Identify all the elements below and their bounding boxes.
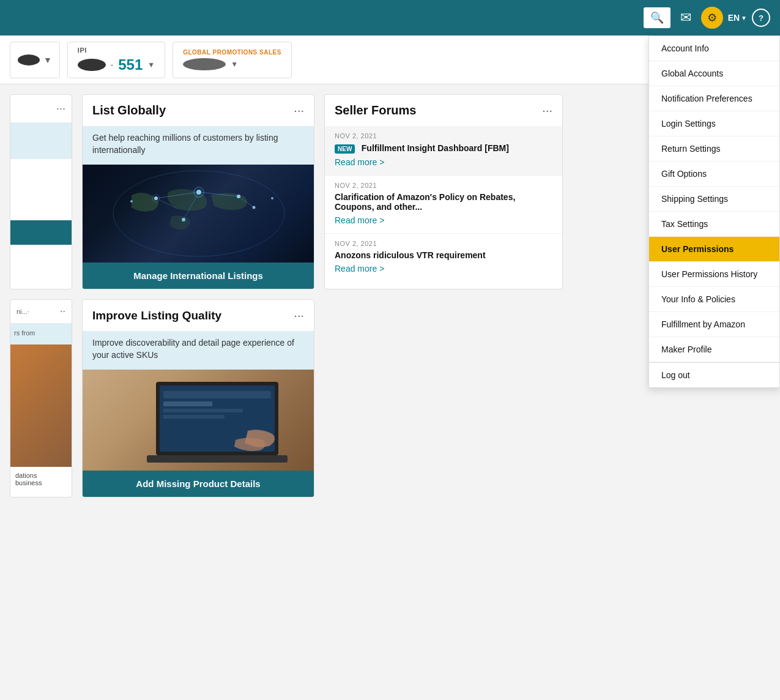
- language-label: EN: [728, 13, 740, 23]
- list-globally-title: List Globally: [92, 103, 166, 117]
- forum-item-1: NOV 2, 2021 NEW Fulfillment Insight Dash…: [325, 126, 562, 176]
- ipi-label: IPI: [78, 47, 155, 54]
- dropdown-item-user-permissions-history[interactable]: User Permissions History: [649, 262, 779, 287]
- svg-point-8: [237, 195, 240, 198]
- laptop-svg: [83, 370, 314, 471]
- chevron-down-icon: ▼: [741, 15, 747, 21]
- svg-rect-18: [163, 401, 212, 406]
- seller-forums-card: Seller Forums ··· NOV 2, 2021 NEW Fulfil…: [324, 94, 563, 289]
- svg-point-10: [253, 206, 256, 209]
- forum-read-more-3[interactable]: Read more >: [335, 264, 384, 274]
- list-globally-description: Get help reaching millions of customers …: [83, 126, 314, 165]
- new-badge-1: NEW: [335, 144, 355, 154]
- laptop-image: [83, 370, 314, 471]
- svg-point-6: [154, 196, 158, 200]
- left-partial-menu[interactable]: ··: [60, 306, 65, 317]
- dropdown-item-user-permissions[interactable]: User Permissions: [649, 237, 779, 262]
- dropdown-item-notification-preferences[interactable]: Notification Preferences: [649, 86, 779, 111]
- svg-point-7: [196, 190, 201, 195]
- list-globally-card: List Globally ··· Get help reaching mill…: [82, 94, 314, 289]
- dropdown-item-fulfillment-by-amazon[interactable]: Fulfillment by Amazon: [649, 312, 779, 337]
- dropdown-item-tax-settings[interactable]: Tax Settings: [649, 212, 779, 237]
- account-dropdown[interactable]: ▼: [10, 42, 60, 78]
- dropdown-item-login-settings[interactable]: Login Settings: [649, 111, 779, 136]
- svg-point-11: [130, 200, 133, 203]
- forum-read-more-1[interactable]: Read more >: [335, 157, 384, 167]
- chevron-down-icon: ▼: [231, 60, 238, 69]
- left-partial-image: [10, 344, 72, 467]
- improve-listing-menu[interactable]: ···: [294, 308, 304, 322]
- svg-point-0: [113, 171, 284, 256]
- seller-forums-menu[interactable]: ···: [542, 103, 552, 117]
- dropdown-item-maker-profile[interactable]: Maker Profile: [649, 337, 779, 362]
- svg-rect-19: [163, 409, 243, 412]
- left-partial-card-top: ···: [10, 94, 72, 289]
- global-promotions-label: GLOBAL PROMOTIONS SALES: [183, 49, 281, 56]
- gear-icon-button[interactable]: ⚙: [701, 7, 723, 29]
- language-selector[interactable]: EN ▼: [728, 13, 747, 23]
- ipi-metric[interactable]: IPI - 551 ▼: [67, 42, 165, 78]
- seller-forums-title: Seller Forums: [335, 103, 416, 117]
- forum-title-1: Fulfillment Insight Dashboard [FBM]: [362, 143, 509, 153]
- improve-listing-description: Improve discoverability and detail page …: [83, 331, 314, 370]
- forum-item-3: NOV 2, 2021 Anozons ridiculous VTR requi…: [325, 234, 562, 281]
- add-missing-product-btn[interactable]: Add Missing Product Details: [83, 471, 314, 497]
- forum-date-3: NOV 2, 2021: [335, 240, 552, 247]
- manage-international-listings-btn[interactable]: Manage International Listings: [83, 262, 314, 289]
- forum-date-1: NOV 2, 2021: [335, 132, 552, 140]
- dropdown-item-account-info[interactable]: Account Info: [649, 36, 779, 61]
- dropdown-item-log-out[interactable]: Log out: [649, 363, 779, 387]
- mail-icon[interactable]: ✉: [675, 7, 696, 28]
- svg-rect-20: [163, 415, 225, 419]
- svg-point-12: [271, 197, 273, 199]
- svg-point-9: [182, 218, 185, 222]
- card-menu-icon[interactable]: ···: [56, 102, 65, 115]
- chevron-down-icon: ▼: [147, 61, 155, 69]
- forum-item-2: NOV 2, 2021 Clarification of Amazon's Po…: [325, 176, 562, 234]
- world-map-image: [83, 165, 314, 262]
- dropdown-item-shipping-settings[interactable]: Shipping Settings: [649, 187, 779, 212]
- row-1: ··· List Globally ··· Get help reaching …: [10, 94, 636, 289]
- search-box[interactable]: 🔍: [644, 7, 670, 28]
- search-icon: 🔍: [650, 11, 664, 24]
- settings-dropdown: Account Info Global Accounts Notificatio…: [648, 35, 780, 388]
- dropdown-item-global-accounts[interactable]: Global Accounts: [649, 61, 779, 86]
- svg-rect-17: [163, 391, 271, 398]
- dropdown-item-gift-options[interactable]: Gift Options: [649, 162, 779, 187]
- forum-date-2: NOV 2, 2021: [335, 182, 552, 189]
- left-partial-card-bottom: ni...· ·· rs from dations business: [10, 299, 72, 497]
- row-2: ni...· ·· rs from dations business Impro…: [10, 299, 636, 497]
- improve-listing-card: Improve Listing Quality ··· Improve disc…: [82, 299, 314, 497]
- global-promotions-blob: [183, 58, 226, 70]
- dropdown-item-your-info-policies[interactable]: Your Info & Policies: [649, 287, 779, 312]
- world-map-svg: [83, 165, 314, 262]
- svg-rect-21: [147, 455, 288, 463]
- top-nav: 🔍 ✉ ⚙ EN ▼ ?: [0, 0, 780, 35]
- chevron-down-icon: ▼: [43, 55, 52, 65]
- forum-read-more-2[interactable]: Read more >: [335, 215, 384, 225]
- improve-listing-title: Improve Listing Quality: [92, 309, 221, 322]
- dropdown-item-return-settings[interactable]: Return Settings: [649, 136, 779, 162]
- forum-title-3: Anozons ridiculous VTR requirement: [335, 250, 552, 260]
- global-promotions-metric[interactable]: GLOBAL PROMOTIONS SALES ▼: [173, 42, 292, 78]
- help-icon[interactable]: ?: [752, 9, 770, 27]
- main-content: ··· List Globally ··· Get help reaching …: [0, 84, 645, 700]
- list-globally-menu[interactable]: ···: [294, 103, 304, 117]
- ipi-score: 551: [118, 56, 143, 73]
- forum-title-2: Clarification of Amazon's Policy on Reba…: [335, 192, 552, 212]
- ipi-avatar-blob: [78, 59, 106, 71]
- account-avatar: [18, 54, 40, 65]
